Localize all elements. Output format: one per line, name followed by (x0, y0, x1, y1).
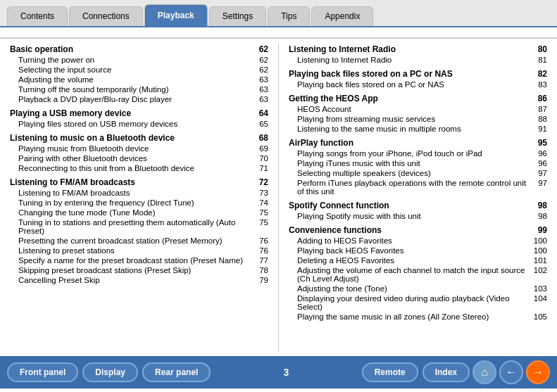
tab-playback[interactable]: Playback (144, 4, 208, 26)
tab-connections[interactable]: Connections (69, 6, 143, 26)
footer-btn-front-panel[interactable]: Front panel (7, 362, 78, 382)
toc-entry[interactable]: Perform iTunes playback operations with … (289, 178, 547, 196)
toc-entry[interactable]: Selecting multiple speakers (devices)97 (289, 168, 547, 178)
next-button[interactable]: → (526, 360, 550, 384)
footer-btn-remote[interactable]: Remote (362, 362, 418, 382)
toc-entry-text: Playing from streaming music services (297, 115, 529, 123)
footer-btn-display[interactable]: Display (82, 362, 138, 382)
toc-entry-text: Playing music from Bluetooth device (18, 144, 250, 153)
toc-entry[interactable]: Playing the same music in all zones (All… (289, 312, 547, 322)
section-title-text: Spotify Connect function (289, 201, 389, 210)
section-page-number: 98 (532, 201, 547, 210)
toc-entry[interactable]: Skipping preset broadcast stations (Pres… (10, 265, 268, 275)
section-title: Getting the HEOS App86 (289, 94, 547, 103)
footer-btn-rear-panel[interactable]: Rear panel (142, 362, 211, 382)
toc-entry[interactable]: HEOS Account87 (289, 104, 547, 114)
toc-entry[interactable]: Playing from streaming music services88 (289, 114, 547, 124)
toc-entry[interactable]: Turning off the sound temporarily (Mutin… (10, 84, 268, 94)
toc-entry-text: Tuning in by entering the frequency (Dir… (18, 198, 250, 207)
toc-entry-page: 83 (532, 80, 547, 89)
section-page-number: 86 (532, 94, 547, 103)
toc-entry[interactable]: Deleting a HEOS Favorites101 (289, 255, 547, 265)
toc-entry[interactable]: Playing Spotify music with this unit98 (289, 211, 547, 221)
toc-entry-page: 78 (253, 266, 268, 274)
toc-entry[interactable]: Playing iTunes music with this unit96 (289, 158, 547, 168)
section-title: Playing back files stored on a PC or NAS… (289, 69, 547, 79)
toc-entry-text: Adjusting the tone (Tone) (297, 284, 529, 293)
toc-entry[interactable]: Reconnecting to this unit from a Bluetoo… (10, 163, 268, 173)
toc-entry-text: Skipping preset broadcast stations (Pres… (18, 266, 250, 274)
toc-entry[interactable]: Changing the tune mode (Tune Mode)75 (10, 208, 268, 217)
toc-entry[interactable]: Adjusting the volume63 (10, 75, 268, 84)
section-page-number: 62 (253, 44, 268, 54)
prev-button[interactable]: ← (499, 360, 523, 384)
toc-entry[interactable]: Turning the power on62 (10, 55, 268, 65)
section-title-text: Getting the HEOS App (289, 94, 378, 103)
toc-entry[interactable]: Selecting the input source62 (10, 65, 268, 75)
toc-entry[interactable]: Adjusting the tone (Tone)103 (289, 284, 547, 293)
toc-entry-page: 71 (253, 164, 268, 172)
tab-settings[interactable]: Settings (209, 6, 266, 26)
toc-entry[interactable]: Listening to Internet Radio81 (289, 55, 547, 65)
toc-entry-text: Adding to HEOS Favorites (297, 236, 529, 245)
section-page-number: 99 (532, 225, 547, 235)
toc-entry-page: 62 (253, 65, 268, 74)
home-button[interactable]: ⌂ (472, 360, 496, 384)
toc-entry[interactable]: Playing back HEOS Favorites100 (289, 246, 547, 255)
tab-contents[interactable]: Contents (7, 6, 68, 26)
toc-entry-text: Adjusting the volume (18, 75, 250, 84)
toc-entry-text: Listening to the same music in multiple … (297, 125, 529, 133)
section-title: Convenience functions99 (289, 225, 547, 235)
toc-entry[interactable]: Adjusting the volume of each channel to … (289, 265, 547, 284)
toc-entry-page: 76 (253, 246, 268, 255)
page-number: 3 (284, 367, 289, 378)
footer-right-buttons: RemoteIndex (362, 362, 470, 382)
toc-entry[interactable]: Playing files stored on USB memory devic… (10, 119, 268, 129)
toc-entry[interactable]: Tuning in by entering the frequency (Dir… (10, 198, 268, 208)
toc-entry-page: 63 (253, 85, 268, 94)
toc-entry-text: HEOS Account (297, 105, 529, 113)
toc-entry-page: 75 (253, 218, 268, 235)
toc-entry-page: 76 (253, 236, 268, 245)
toc-entry[interactable]: Tuning in to stations and presetting the… (10, 217, 268, 236)
section-page-number: 80 (532, 44, 547, 54)
right-column: Listening to Internet Radio80Listening t… (279, 39, 557, 356)
toc-entry-page: 104 (532, 294, 547, 311)
toc-entry[interactable]: Listening to preset stations76 (10, 246, 268, 255)
footer-btn-index[interactable]: Index (423, 362, 470, 382)
section-page-number: 82 (532, 69, 547, 79)
toc-entry[interactable]: Pairing with other Bluetooth devices70 (10, 153, 268, 163)
toc-entry[interactable]: Adding to HEOS Favorites100 (289, 236, 547, 246)
footer-left-buttons: Front panelDisplayRear panel (7, 362, 211, 382)
section-title-text: Listening to music on a Bluetooth device (10, 133, 175, 143)
toc-entry[interactable]: Playing songs from your iPhone, iPod tou… (289, 148, 547, 158)
section-title-text: Playing a USB memory device (10, 108, 131, 118)
toc-entry[interactable]: Specify a name for the preset broadcast … (10, 255, 268, 265)
toc-entry[interactable]: Cancelling Preset Skip79 (10, 275, 268, 285)
section-title-text: Playing back files stored on a PC or NAS (289, 69, 453, 79)
toc-entry-text: Listening to preset stations (18, 246, 250, 255)
toc-entry-text: Turning off the sound temporarily (Mutin… (18, 85, 250, 94)
section-title-text: Convenience functions (289, 225, 382, 235)
toc-entry-text: Tuning in to stations and presetting the… (18, 218, 250, 235)
tab-appendix[interactable]: Appendix (311, 6, 373, 26)
section-title-text: Listening to FM/AM broadcasts (10, 177, 135, 187)
toc-entry-page: 79 (253, 276, 268, 284)
toc-entry[interactable]: Listening to FM/AM broadcasts73 (10, 188, 268, 198)
toc-entry-text: Pairing with other Bluetooth devices (18, 154, 250, 163)
tab-tips[interactable]: Tips (268, 6, 310, 26)
toc-entry-text: Playing back files stored on a PC or NAS (297, 80, 529, 89)
toc-entry[interactable]: Displaying your desired video during aud… (289, 293, 547, 312)
toc-entry[interactable]: Playing back files stored on a PC or NAS… (289, 80, 547, 89)
toc-entry[interactable]: Listening to the same music in multiple … (289, 124, 547, 134)
toc-entry[interactable]: Playing music from Bluetooth device69 (10, 144, 268, 153)
toc-entry[interactable]: Playback a DVD player/Blu-ray Disc playe… (10, 94, 268, 104)
section-title-text: Listening to Internet Radio (289, 44, 396, 54)
toc-entry-text: Selecting multiple speakers (devices) (297, 169, 529, 177)
toc-entry[interactable]: Presetting the current broadcast station… (10, 236, 268, 246)
toc-entry-page: 100 (532, 246, 547, 255)
toc-entry-page: 73 (253, 189, 268, 197)
toc-entry-text: Listening to Internet Radio (297, 56, 529, 64)
footer: Front panelDisplayRear panel 3 RemoteInd… (0, 356, 557, 388)
toc-entry-page: 97 (532, 179, 547, 196)
